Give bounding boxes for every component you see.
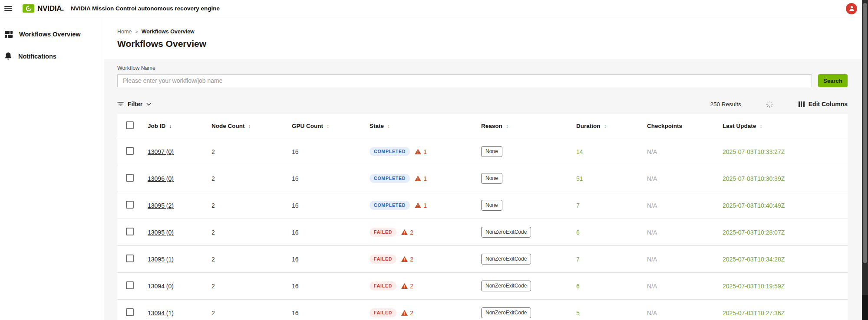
- last-update-value: 2025-07-03T10:19:59Z: [714, 283, 848, 290]
- warning-count: 1: [423, 148, 427, 155]
- column-header-duration[interactable]: Duration ↕: [568, 123, 638, 129]
- warning-count: 1: [423, 175, 427, 182]
- sidebar-item-label: Notifications: [18, 53, 56, 60]
- state-badge: COMPLETED: [370, 201, 410, 210]
- state-badge: COMPLETED: [370, 174, 410, 183]
- reason-chip: None: [481, 173, 502, 183]
- gpu-count-value: 16: [283, 310, 361, 317]
- reason-chip: None: [481, 200, 502, 210]
- page-header: Home > Workflows Overview Workflows Over…: [104, 17, 868, 59]
- warning-count: 2: [410, 229, 413, 236]
- sort-icon: ↕: [506, 123, 508, 129]
- job-id-link[interactable]: 13095 (2): [148, 202, 174, 209]
- table-row: 13094 (1) 2 16 FAILED 2 NonZeroExitCode …: [117, 300, 848, 320]
- nvidia-logo: NVIDIA.: [23, 4, 64, 13]
- sort-icon: ↕: [248, 123, 251, 129]
- chevron-down-icon: [146, 103, 151, 106]
- column-header-node-count[interactable]: Node Count ↕: [203, 123, 283, 129]
- content-body: Workflow Name Search Filter: [104, 59, 868, 320]
- column-header-state[interactable]: State ↕: [361, 123, 472, 129]
- edit-columns-label: Edit Columns: [809, 101, 848, 108]
- row-checkbox[interactable]: [126, 147, 134, 155]
- menu-icon[interactable]: [4, 4, 12, 13]
- main-content: Home > Workflows Overview Workflows Over…: [104, 17, 868, 320]
- sidebar-item-workflows-overview[interactable]: Workflows Overview: [3, 25, 100, 43]
- node-count-value: 2: [203, 256, 283, 263]
- column-header-gpu-count[interactable]: GPU Count ↕: [283, 123, 361, 129]
- duration-value: 5: [568, 310, 638, 317]
- filter-icon: [117, 101, 124, 107]
- node-count-value: 2: [203, 310, 283, 317]
- column-header-reason[interactable]: Reason ↕: [472, 123, 568, 129]
- duration-value: 6: [568, 229, 638, 236]
- state-badge: FAILED: [370, 308, 396, 317]
- sidebar-item-notifications[interactable]: Notifications: [3, 47, 100, 65]
- warning-icon: [401, 310, 408, 316]
- column-header-job-id[interactable]: Job ID ↓: [139, 123, 203, 129]
- sort-icon: ↕: [604, 123, 607, 129]
- gpu-count-value: 16: [283, 148, 361, 155]
- breadcrumb-home-link[interactable]: Home: [117, 29, 132, 35]
- table-row: 13095 (1) 2 16 FAILED 2 NonZeroExitCode …: [117, 246, 848, 273]
- scrollbar[interactable]: [862, 0, 868, 320]
- table-body: 13097 (0) 2 16 COMPLETED 1 None 14 N/A 2…: [117, 138, 848, 320]
- user-avatar[interactable]: [846, 3, 857, 14]
- row-checkbox[interactable]: [126, 255, 134, 262]
- warning-count: 2: [410, 256, 413, 263]
- dashboard-icon: [4, 30, 13, 38]
- breadcrumb-separator: >: [135, 29, 138, 34]
- workflow-name-input[interactable]: [117, 74, 812, 87]
- row-checkbox[interactable]: [126, 228, 134, 235]
- warning-icon: [415, 176, 421, 181]
- job-id-link[interactable]: 13095 (1): [148, 256, 174, 263]
- last-update-value: 2025-07-03T10:40:49Z: [714, 202, 848, 209]
- warning-indicator: 2: [401, 310, 413, 317]
- duration-value: 51: [568, 175, 638, 182]
- scrollbar-thumb[interactable]: [863, 3, 867, 263]
- columns-icon: [799, 101, 805, 107]
- person-icon: [849, 6, 855, 11]
- sort-icon: ↕: [759, 123, 762, 129]
- warning-indicator: 2: [401, 283, 413, 290]
- gpu-count-value: 16: [283, 256, 361, 263]
- warning-icon: [415, 202, 421, 208]
- duration-value: 6: [568, 283, 638, 290]
- job-id-link[interactable]: 13095 (0): [148, 229, 174, 236]
- job-id-link[interactable]: 13094 (1): [148, 310, 174, 317]
- brand-wordmark: NVIDIA.: [37, 4, 64, 13]
- edit-columns-button[interactable]: Edit Columns: [799, 101, 848, 108]
- row-checkbox[interactable]: [126, 308, 134, 316]
- node-count-value: 2: [203, 175, 283, 182]
- table-row: 13094 (0) 2 16 FAILED 2 NonZeroExitCode …: [117, 273, 848, 300]
- reason-chip: NonZeroExitCode: [481, 254, 531, 264]
- gpu-count-value: 16: [283, 229, 361, 236]
- app-title: NVIDIA Mission Control autonomous recove…: [71, 5, 220, 12]
- workflows-table: Job ID ↓ Node Count ↕ GPU Count ↕ State …: [117, 114, 848, 320]
- workflow-name-label: Workflow Name: [117, 65, 848, 71]
- column-header-checkpoints[interactable]: Checkpoints: [638, 123, 714, 129]
- row-checkbox[interactable]: [126, 174, 134, 182]
- checkpoints-value: N/A: [638, 256, 714, 263]
- warning-count: 2: [410, 310, 413, 317]
- checkpoints-value: N/A: [638, 283, 714, 290]
- checkpoints-value: N/A: [638, 310, 714, 317]
- table-toolbar: Filter 250 Results: [117, 98, 848, 111]
- sort-icon: ↕: [327, 123, 329, 129]
- search-button[interactable]: Search: [818, 74, 848, 87]
- page-title: Workflows Overview: [117, 39, 848, 49]
- filter-button[interactable]: Filter: [117, 101, 151, 108]
- job-id-link[interactable]: 13094 (0): [148, 283, 174, 290]
- row-checkbox[interactable]: [126, 281, 134, 289]
- node-count-value: 2: [203, 202, 283, 209]
- state-badge: COMPLETED: [370, 147, 410, 156]
- job-id-link[interactable]: 13096 (0): [148, 175, 174, 182]
- state-badge: FAILED: [370, 255, 396, 264]
- column-header-last-update[interactable]: Last Update ↕: [714, 123, 848, 129]
- job-id-link[interactable]: 13097 (0): [148, 148, 174, 155]
- select-all-checkbox[interactable]: [126, 121, 134, 129]
- duration-value: 14: [568, 148, 638, 155]
- checkpoints-value: N/A: [638, 148, 714, 155]
- row-checkbox[interactable]: [126, 201, 134, 209]
- checkpoints-value: N/A: [638, 202, 714, 209]
- table-row: 13096 (0) 2 16 COMPLETED 1 None 51 N/A 2…: [117, 165, 848, 192]
